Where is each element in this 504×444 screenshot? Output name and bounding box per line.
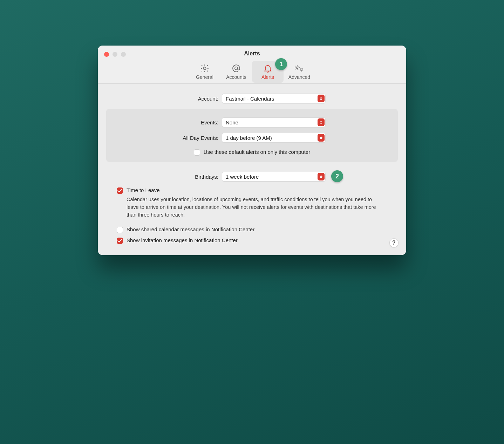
events-value: None	[226, 119, 238, 125]
callout-badge-1: 1	[275, 58, 287, 70]
time-to-leave-checkbox[interactable]	[117, 187, 123, 194]
help-button[interactable]: ?	[389, 238, 399, 247]
use-defaults-this-computer-checkbox[interactable]	[194, 149, 200, 156]
all-day-events-row: All Day Events: 1 day before (9 AM)	[115, 133, 389, 143]
tab-label: Advanced	[288, 74, 310, 80]
titlebar: Alerts General Accounts	[98, 46, 406, 84]
svg-point-2	[296, 67, 298, 68]
time-to-leave-row: Time to Leave	[117, 187, 387, 194]
svg-point-1	[235, 67, 238, 70]
account-label: Account:	[106, 96, 222, 102]
time-to-leave-description: Calendar uses your location, locations o…	[117, 196, 387, 219]
invitation-nc-row: Show invitation messages in Notification…	[117, 237, 387, 244]
all-day-events-popup[interactable]: 1 day before (9 AM)	[222, 133, 326, 143]
tab-alerts[interactable]: Alerts 1	[252, 61, 284, 83]
shared-calendar-nc-label: Show shared calendar messages in Notific…	[127, 226, 254, 232]
content-area: Account: Fastmail - Calendars Events: No…	[98, 84, 406, 255]
gears-icon	[294, 63, 305, 74]
birthdays-row: Birthdays: 1 week before 2	[106, 172, 398, 182]
events-label: Events:	[115, 119, 222, 125]
window-title: Alerts	[98, 50, 406, 61]
tab-label: General	[196, 74, 213, 80]
preferences-window: Alerts General Accounts	[98, 46, 406, 255]
time-to-leave-label: Time to Leave	[127, 187, 160, 193]
gear-icon	[200, 63, 210, 74]
birthdays-label: Birthdays:	[106, 174, 222, 180]
account-row: Account: Fastmail - Calendars	[106, 94, 398, 103]
bell-icon	[263, 63, 273, 74]
events-popup[interactable]: None	[222, 117, 326, 127]
popup-stepper-icon	[318, 134, 325, 142]
window-controls	[104, 52, 126, 57]
lower-options: Time to Leave Calendar uses your locatio…	[106, 187, 398, 244]
preferences-toolbar: General Accounts Alert	[98, 61, 406, 83]
all-day-events-value: 1 day before (9 AM)	[226, 135, 272, 141]
invitation-nc-checkbox[interactable]	[117, 238, 123, 244]
tab-general[interactable]: General	[189, 61, 220, 83]
close-window-button[interactable]	[104, 52, 109, 57]
birthdays-popup[interactable]: 1 week before	[222, 172, 326, 182]
at-sign-icon	[231, 63, 241, 74]
minimize-window-button[interactable]	[113, 52, 117, 57]
callout-badge-2: 2	[331, 170, 343, 182]
account-value: Fastmail - Calendars	[226, 96, 274, 102]
svg-point-0	[203, 67, 206, 69]
events-row: Events: None	[115, 117, 389, 127]
tab-label: Alerts	[261, 74, 274, 80]
default-alerts-group: Events: None All Day Events: 1 day befor…	[106, 109, 398, 162]
zoom-window-button[interactable]	[121, 52, 126, 57]
birthdays-value: 1 week before	[226, 174, 259, 180]
svg-point-3	[301, 69, 302, 70]
all-day-events-label: All Day Events:	[115, 135, 222, 141]
tab-accounts[interactable]: Accounts	[220, 61, 252, 83]
use-defaults-this-computer-label: Use these default alerts on only this co…	[204, 149, 310, 155]
shared-calendar-nc-row: Show shared calendar messages in Notific…	[117, 226, 387, 233]
invitation-nc-label: Show invitation messages in Notification…	[127, 237, 238, 243]
tab-advanced[interactable]: Advanced	[284, 61, 315, 83]
shared-calendar-nc-checkbox[interactable]	[117, 227, 123, 233]
use-defaults-this-computer-row: Use these default alerts on only this co…	[115, 149, 389, 156]
account-popup[interactable]: Fastmail - Calendars	[222, 94, 326, 103]
popup-stepper-icon	[318, 173, 325, 180]
popup-stepper-icon	[318, 118, 325, 126]
tab-label: Accounts	[226, 74, 246, 80]
popup-stepper-icon	[318, 95, 325, 102]
